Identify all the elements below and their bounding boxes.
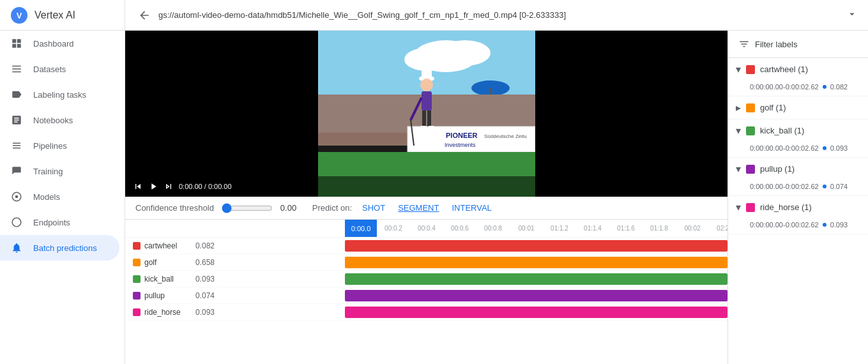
sidebar-header: V Vertex AI (0, 0, 125, 31)
label-group-cartwheel: ▾ cartwheel (1) 0:00:00.00-0:00:02.62 0.… (728, 58, 868, 96)
label-group-golf: ▸ golf (1) (728, 96, 868, 119)
pullup-name: pullup (144, 291, 189, 300)
time-marker-container: 0:00.0 00:0.2 00:0.4 00:0.6 00:0.8 00:01… (345, 220, 727, 238)
sidebar-item-training[interactable]: Training (0, 158, 119, 184)
cartwheel-name: cartwheel (144, 241, 189, 250)
play-btn[interactable] (148, 181, 158, 192)
predict-label: Predict on: (312, 203, 352, 213)
ride-horse-color (133, 308, 141, 316)
back-button[interactable] (135, 6, 153, 24)
filter-icon (738, 38, 750, 50)
kick-ball-label-color (746, 126, 755, 135)
time-marks: 00:0.2 00:0.4 00:0.6 00:0.8 00:01 01:1.2… (377, 225, 727, 232)
ride-horse-label-detail: 0:00:00.00-0:00:02.62 0.093 (728, 218, 868, 234)
golf-name: golf (144, 258, 189, 267)
video-main: PIONEER Investments Süddeutsche Zeitu (318, 31, 535, 197)
cartwheel-label-color (746, 65, 755, 74)
controls-bar: Confidence threshold 0.00 Predict on: SH… (125, 197, 727, 220)
pullup-score-dot (823, 185, 826, 188)
label-group-header-ride-horse[interactable]: ▾ ride_horse (1) (728, 196, 868, 218)
track-label-kick-ball: kick_ball 0.093 (125, 275, 345, 284)
ride-horse-name: ride_horse (144, 308, 189, 317)
sidebar-item-endpoints[interactable]: Endpoints (0, 209, 119, 235)
pullup-bar-area (345, 290, 727, 301)
timeline-area[interactable]: 0:00.0 00:0.2 00:0.4 00:0.6 00:0.8 00:01… (125, 220, 727, 364)
svg-rect-28 (422, 91, 432, 110)
sidebar-item-batch-predictions[interactable]: Batch predictions (0, 235, 119, 261)
label-group-header-kick-ball[interactable]: ▾ kick_ball (1) (728, 119, 868, 142)
svg-rect-4 (12, 44, 16, 48)
pullup-label-color (746, 165, 755, 174)
dropdown-icon[interactable] (846, 8, 858, 22)
label-group-header-pullup[interactable]: ▾ pullup (1) (728, 158, 868, 180)
ride-horse-label-color (746, 203, 755, 212)
file-path: gs://automl-video-demo-data/hmdb51/Miche… (158, 10, 841, 20)
golf-label-color (746, 103, 755, 112)
black-left (125, 31, 318, 197)
sidebar-item-notebooks[interactable]: Notebooks (0, 107, 119, 133)
svg-text:PIONEER: PIONEER (446, 132, 478, 139)
sidebar-item-datasets[interactable]: Datasets (0, 56, 119, 82)
cartwheel-expand-icon: ▾ (736, 63, 741, 75)
label-group-header-cartwheel[interactable]: ▾ cartwheel (1) (728, 58, 868, 80)
track-row-cartwheel: cartwheel 0.082 (125, 238, 727, 254)
ride-horse-score-val: 0.093 (830, 221, 848, 229)
ride-horse-label-title: ride_horse (1) (760, 202, 860, 212)
prev-frame-btn[interactable] (133, 181, 143, 192)
time-mark-9: 00:02 (676, 225, 709, 232)
kick-ball-score: 0.093 (195, 275, 215, 284)
threshold-slider[interactable] (222, 203, 273, 213)
track-row-kick-ball: kick_ball 0.093 (125, 271, 727, 287)
golf-score: 0.658 (195, 258, 215, 267)
time-mark-8: 01:1.8 (643, 225, 676, 232)
cartwheel-bar (345, 240, 727, 252)
endpoints-icon (10, 216, 23, 229)
label-group-header-golf[interactable]: ▸ golf (1) (728, 96, 868, 119)
sidebar-label-pipelines: Pipelines (33, 141, 67, 151)
svg-rect-6 (12, 66, 21, 67)
ride-horse-expand-icon: ▾ (736, 201, 741, 213)
predict-shot-btn[interactable]: SHOT (360, 202, 388, 214)
sidebar-label-datasets: Datasets (33, 64, 66, 74)
video-panel: PIONEER Investments Süddeutsche Zeitu (125, 31, 727, 364)
time-mark-0: 00:0.2 (377, 225, 410, 232)
filter-label: Filter labels (755, 40, 797, 49)
svg-rect-3 (17, 39, 21, 43)
track-row-golf: golf 0.658 (125, 254, 727, 271)
pullup-bar (345, 290, 727, 301)
next-frame-btn[interactable] (164, 181, 174, 192)
threshold-label: Confidence threshold (135, 203, 214, 213)
predict-interval-btn[interactable]: INTERVAL (449, 202, 494, 214)
video-container: PIONEER Investments Süddeutsche Zeitu (125, 31, 727, 197)
sidebar-label-training: Training (33, 167, 63, 176)
svg-point-14 (404, 48, 449, 71)
sidebar-item-pipelines[interactable]: Pipelines (0, 133, 119, 158)
svg-rect-5 (17, 44, 21, 48)
sidebar-item-models[interactable]: Models (0, 184, 119, 209)
svg-rect-8 (12, 72, 21, 73)
time-mark-5: 01:1.2 (543, 225, 576, 232)
ride-horse-bar-area (345, 307, 727, 318)
sidebar-item-labeling[interactable]: Labeling tasks (0, 82, 119, 107)
sidebar: V Vertex AI Dashboard Datasets Labeling … (0, 0, 125, 364)
time-mark-1: 00:0.4 (410, 225, 443, 232)
golf-label-title: golf (1) (760, 103, 860, 112)
svg-point-10 (15, 195, 19, 199)
time-mark-6: 01:1.4 (576, 225, 609, 232)
pullup-label-detail: 0:00:00.00-0:00:02.62 0.074 (728, 180, 868, 195)
svg-rect-33 (420, 126, 427, 129)
pullup-range: 0:00:00.00-0:00:02.62 (750, 183, 819, 190)
app-logo: V (10, 6, 28, 24)
svg-rect-26 (422, 70, 432, 80)
pipelines-icon (10, 139, 23, 152)
timeline-header: 0:00.0 00:0.2 00:0.4 00:0.6 00:0.8 00:01… (125, 220, 727, 238)
sidebar-label-batch: Batch predictions (33, 243, 97, 253)
video-time: 0:00.00 / 0:00.00 (179, 183, 232, 190)
threshold-value: 0.00 (280, 203, 300, 213)
sidebar-item-dashboard[interactable]: Dashboard (0, 31, 119, 56)
time-cursor: 0:00.0 (345, 220, 377, 238)
predict-segment-btn[interactable]: SEGMENT (395, 202, 441, 214)
training-icon (10, 165, 23, 178)
cartwheel-score-val: 0.082 (830, 83, 848, 91)
pullup-color (133, 292, 141, 300)
